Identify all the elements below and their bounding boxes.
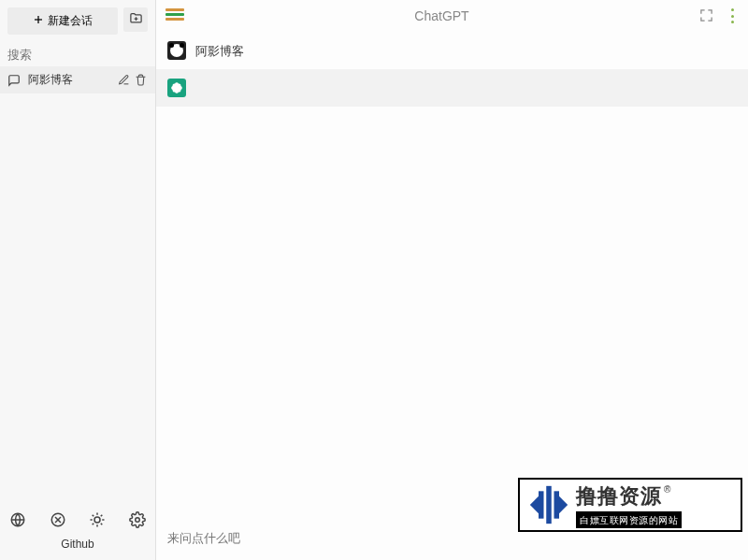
assistant-message — [156, 69, 748, 107]
svg-point-17 — [136, 518, 140, 523]
github-link[interactable]: Github — [6, 534, 150, 558]
assistant-avatar — [167, 79, 186, 97]
search-input[interactable] — [7, 48, 165, 62]
language-icon[interactable] — [7, 510, 28, 530]
svg-rect-19 — [546, 486, 552, 524]
watermark-main: 撸撸资源 — [576, 482, 662, 510]
svg-line-16 — [101, 515, 103, 517]
theme-icon[interactable] — [87, 510, 108, 530]
icon-row — [6, 506, 150, 534]
plus-icon — [33, 14, 44, 28]
svg-marker-21 — [530, 496, 539, 513]
conversation-item[interactable]: 阿影博客 — [0, 66, 155, 93]
more-icon[interactable] — [726, 8, 739, 23]
watermark: 撸撸资源 ® 白嫖互联网资源的网站 — [518, 478, 742, 532]
main-header: ChatGPT — [156, 0, 748, 32]
watermark-r: ® — [664, 484, 670, 495]
main-panel: ChatGPT 阿影博客 — [156, 0, 748, 560]
menu-icon[interactable] — [165, 8, 184, 23]
new-chat-button[interactable]: 新建会话 — [7, 7, 118, 35]
chat-input[interactable] — [167, 530, 737, 544]
sidebar: 新建会话 Aa 阿影博客 Github — [0, 0, 156, 560]
watermark-sub: 白嫖互联网资源的网站 — [580, 515, 678, 525]
conversation-title: 阿影博客 — [28, 72, 112, 88]
user-message-text: 阿影博客 — [195, 41, 244, 60]
svg-point-8 — [94, 517, 100, 523]
svg-rect-20 — [554, 491, 560, 518]
sidebar-bottom: Github — [0, 502, 155, 560]
chat-icon — [7, 74, 22, 87]
folder-button[interactable] — [123, 7, 148, 32]
svg-line-14 — [101, 524, 103, 525]
messages-area: 阿影博客 — [156, 32, 748, 521]
folder-icon — [129, 11, 143, 28]
delete-icon[interactable] — [135, 74, 148, 87]
clear-icon[interactable] — [48, 510, 68, 530]
conversation-list: 阿影博客 — [0, 66, 155, 502]
edit-icon[interactable] — [118, 74, 131, 87]
settings-icon[interactable] — [127, 510, 148, 530]
expand-icon[interactable] — [699, 8, 714, 23]
search-row: Aa — [0, 42, 155, 66]
sidebar-top: 新建会话 — [0, 0, 155, 42]
user-avatar — [167, 41, 186, 60]
page-title: ChatGPT — [184, 8, 699, 23]
user-message: 阿影博客 — [156, 32, 748, 69]
svg-line-13 — [93, 515, 94, 517]
watermark-logo-icon — [527, 483, 570, 526]
svg-marker-22 — [559, 496, 568, 513]
watermark-text: 撸撸资源 ® 白嫖互联网资源的网站 — [576, 482, 682, 528]
conversation-actions — [118, 74, 148, 87]
new-chat-label: 新建会话 — [48, 13, 93, 29]
svg-line-15 — [93, 524, 94, 525]
header-actions — [699, 8, 739, 23]
svg-rect-18 — [539, 491, 544, 518]
